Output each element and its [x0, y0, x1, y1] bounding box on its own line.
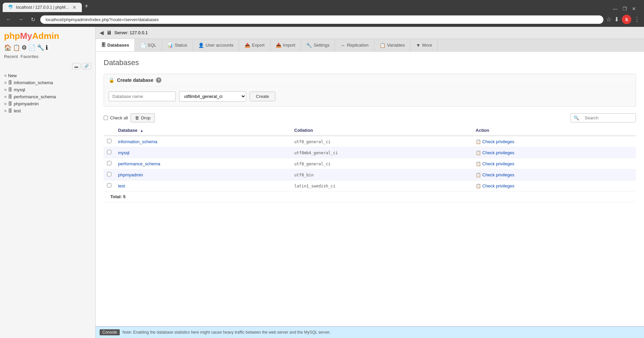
home-icon[interactable]: 🏠 — [4, 44, 11, 51]
privileges-icon: 📋 — [476, 139, 481, 144]
forward-button[interactable]: → — [16, 15, 25, 24]
favorites-link[interactable]: Favorites — [20, 54, 38, 59]
tab-import[interactable]: 📥 Import — [270, 39, 301, 51]
database-icon[interactable]: 📋 — [13, 44, 20, 51]
sidebar-item-test[interactable]: ⊕ 🗄 test — [0, 107, 95, 114]
docs-icon[interactable]: 📄 — [28, 44, 36, 51]
variables-tab-icon: 📋 — [380, 43, 385, 48]
tab-user-accounts[interactable]: 👤 User accounts — [193, 39, 239, 51]
address-bar[interactable]: localhost/phpmyadmin/index.php?route=/se… — [40, 15, 603, 24]
new-link-button[interactable]: 🔗 — [82, 63, 91, 69]
close-button[interactable]: ✕ — [631, 5, 637, 12]
privileges-icon: 📋 — [476, 150, 481, 155]
recent-link[interactable]: Recent — [4, 54, 18, 59]
check-privileges-link[interactable]: 📋 Check privileges — [476, 150, 633, 155]
db-collation-cell: utf8_general_ci — [291, 136, 472, 147]
new-tab-button[interactable]: + — [82, 1, 91, 11]
db-name-link[interactable]: phpmyadmin — [118, 172, 143, 177]
server-title: Server: 127.0.0.1 — [114, 30, 148, 35]
search-input[interactable] — [582, 114, 636, 122]
menu-button[interactable]: ⋮ — [634, 16, 640, 23]
check-privileges-link[interactable]: 📋 Check privileges — [476, 139, 633, 144]
browser-tab[interactable]: 🐬 localhost / 127.0.0.1 | phpMyAd ✕ — [3, 3, 82, 12]
table-row: phpmyadmin utf8_bin 📋 Check privileges — [104, 169, 636, 180]
db-name-link[interactable]: information_schema — [118, 139, 157, 144]
sidebar-new-item[interactable]: ⊕ New — [0, 72, 95, 79]
sidebar-db-label: information_schema — [14, 80, 53, 85]
collapse-all-button[interactable]: ▬ — [72, 63, 80, 69]
replication-tab-icon: ↔ — [340, 43, 345, 48]
tab-settings[interactable]: 🔧 Settings — [301, 39, 335, 51]
col-action-label: Action — [476, 128, 489, 133]
refresh-button[interactable]: ↻ — [28, 15, 38, 24]
sidebar-item-phpmyadmin[interactable]: ⊕ 🗄 phpmyadmin — [0, 100, 95, 107]
url-text: localhost/phpmyadmin/index.php?route=/se… — [46, 17, 159, 22]
row-checkbox[interactable] — [107, 161, 111, 165]
logo-my: My — [20, 31, 32, 41]
sidebar-item-information-schema[interactable]: ⊕ 🗄 information_schema — [0, 79, 95, 86]
row-checkbox[interactable] — [107, 183, 111, 187]
settings-tab-icon: 🔧 — [306, 43, 312, 48]
tab-databases[interactable]: 🗄 Databases — [96, 39, 135, 52]
tab-status[interactable]: 📊 Status — [162, 39, 193, 51]
db-name-cell: mysql — [115, 147, 291, 158]
drop-button[interactable]: 🗑 Drop — [130, 113, 155, 122]
maximize-button[interactable]: ❐ — [621, 5, 628, 12]
sidebar-db-label: phpmyadmin — [14, 101, 39, 106]
tab-sql[interactable]: 📄 SQL — [135, 39, 162, 51]
logo-php: php — [4, 31, 20, 41]
server-icon[interactable]: 🔧 — [37, 44, 44, 51]
collapse-sidebar-button[interactable]: ◀ — [100, 30, 104, 36]
settings-icon[interactable]: ⚙ — [21, 44, 27, 51]
tab-user-accounts-label: User accounts — [206, 43, 233, 48]
check-all-label[interactable]: Check all — [104, 115, 128, 120]
back-button[interactable]: ← — [4, 15, 13, 24]
server-header-icon: 🖥 — [106, 30, 112, 36]
tab-close-button[interactable]: ✕ — [72, 5, 76, 10]
minimize-button[interactable]: — — [612, 5, 619, 12]
db-name-link[interactable]: performance_schema — [118, 161, 160, 166]
row-checkbox[interactable] — [107, 172, 111, 176]
create-database-button[interactable]: Create — [250, 92, 275, 101]
privileges-icon: 📋 — [476, 172, 481, 177]
sidebar-item-mysql[interactable]: ⊕ 🗄 mysql — [0, 86, 95, 93]
table-row: information_schema utf8_general_ci 📋 Che… — [104, 136, 636, 147]
expand-icon: ⊕ — [4, 109, 7, 113]
database-name-input[interactable] — [109, 92, 176, 101]
tab-title: localhost / 127.0.0.1 | phpMyAd — [16, 5, 70, 10]
tab-variables[interactable]: 📋 Variables — [374, 39, 411, 51]
sidebar-item-performance-schema[interactable]: ⊕ 🗄 performance_schema — [0, 93, 95, 100]
help-icon[interactable]: ℹ — [46, 44, 48, 51]
row-checkbox[interactable] — [107, 150, 111, 154]
db-collation-cell: utf8mb4_general_ci — [291, 147, 472, 158]
th-action: Action — [472, 125, 636, 136]
db-name-cell: phpmyadmin — [115, 169, 291, 180]
db-name-link[interactable]: test — [118, 183, 125, 188]
logo-admin: Admin — [32, 31, 59, 41]
row-checkbox[interactable] — [107, 139, 111, 143]
check-privileges-link[interactable]: 📋 Check privileges — [476, 161, 633, 166]
sidebar-new-label: New — [8, 73, 17, 78]
tab-export[interactable]: 📤 Export — [239, 39, 270, 51]
row-checkbox-cell — [104, 158, 115, 169]
db-icon: 🗄 — [8, 94, 12, 99]
tab-replication[interactable]: ↔ Replication — [335, 39, 374, 51]
check-all-checkbox[interactable] — [104, 116, 108, 120]
db-name-link[interactable]: mysql — [118, 150, 129, 155]
th-checkbox — [104, 125, 115, 136]
check-privileges-link[interactable]: 📋 Check privileges — [476, 183, 633, 188]
server-header: ◀ 🖥 Server: 127.0.0.1 — [96, 27, 644, 39]
bookmark-button[interactable]: ☆ — [606, 16, 611, 23]
check-privileges-link[interactable]: 📋 Check privileges — [476, 172, 633, 177]
total-label: Total: 5 — [107, 191, 129, 202]
console-button[interactable]: Console — [100, 329, 120, 335]
search-icon-button[interactable]: 🔍 — [571, 114, 582, 122]
user-avatar[interactable]: S — [622, 15, 631, 24]
tab-more[interactable]: ▼ More — [411, 39, 438, 51]
row-checkbox-cell — [104, 180, 115, 191]
db-collation-value: utf8mb4_general_ci — [294, 151, 338, 155]
th-database[interactable]: Database ▲ — [115, 125, 291, 136]
collation-select[interactable]: utf8mb4_general_ci — [179, 91, 246, 102]
download-button[interactable]: ⬇ — [614, 16, 619, 23]
help-circle-icon[interactable]: ? — [156, 77, 161, 83]
